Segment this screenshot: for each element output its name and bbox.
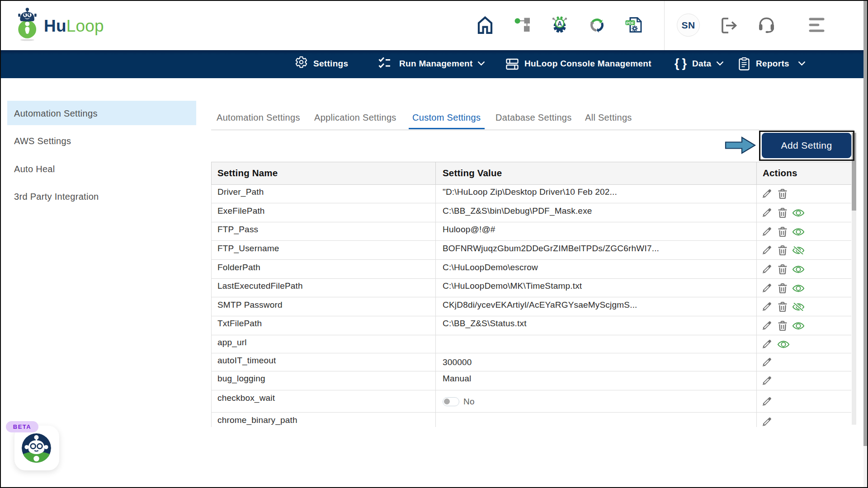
svg-text:PDF: PDF	[626, 21, 635, 25]
svg-text:A: A	[557, 20, 562, 27]
